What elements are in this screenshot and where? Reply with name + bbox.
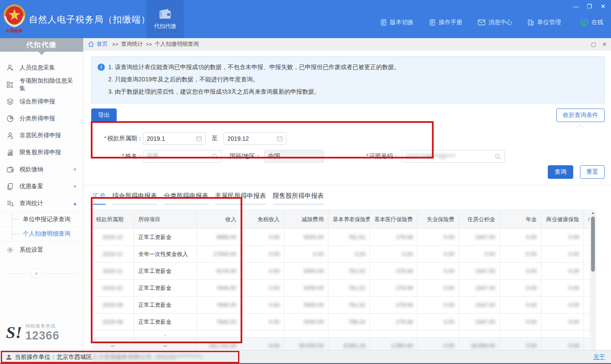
col-housing-fund: 住房公积金: [459, 210, 500, 229]
search-list-icon: [6, 199, 14, 208]
sidebar-collapse-button[interactable]: «: [31, 268, 42, 279]
main-content: i 1. 该查询统计表仅能查询已申报成功的数据，不包含未申报、申报失败，已申报但…: [84, 51, 611, 350]
nationality-input: 中国: [264, 150, 324, 163]
calendar-icon: [277, 136, 283, 142]
sidebar-item-special-deduction[interactable]: 专项附加扣除信息采集: [0, 76, 83, 93]
sidebar-item-preferential-filing[interactable]: 优惠备案 ▼: [0, 178, 83, 195]
collapse-query-button[interactable]: 收折查询条件: [556, 108, 605, 122]
col-commercial-health: 商业健康保险: [541, 210, 584, 229]
sidebar-subitem-personal-withholding-query[interactable]: 个人扣缴明细查询: [0, 227, 83, 241]
panel-maximize-icon[interactable]: ▢: [591, 41, 596, 47]
breadcrumb-separator: >>: [146, 41, 152, 47]
period-start-input[interactable]: 2019.1: [143, 132, 206, 145]
tab-restricted-shares[interactable]: 限售股所得申报表: [273, 192, 324, 205]
manual-link[interactable]: 操作手册: [429, 19, 462, 26]
export-button[interactable]: 导出: [91, 108, 117, 122]
form-actions: 查询 重置: [91, 165, 605, 179]
current-unit-blurred: 人力资源服务有限公司（911101**********）: [92, 353, 205, 361]
version-switch-link[interactable]: 版本切换: [380, 19, 414, 26]
reset-button[interactable]: 重置: [580, 165, 605, 179]
china-tax-emblem-logo: 中国税务: [3, 3, 26, 34]
query-button[interactable]: 查询: [548, 165, 573, 179]
id-number-value: 1101**199***22****: [405, 153, 495, 160]
sidebar-item-classified-income[interactable]: 分类所得申报: [0, 110, 83, 127]
sidebar-item-tax-payment[interactable]: 税款缴纳 ▼: [0, 161, 83, 178]
sidebar-collapse-row: «: [0, 268, 83, 279]
restore-icon[interactable]: ❐: [585, 2, 594, 11]
table-total-row: -- -- 161,741.00 0.00 60,000.00 8,991.16…: [92, 338, 590, 350]
message-center-link[interactable]: 消息中心: [478, 19, 512, 26]
tab-nonresident[interactable]: 非居民所得申报表: [215, 192, 266, 205]
col-income: 收入: [197, 210, 241, 229]
tab-summary[interactable]: 汇总: [93, 192, 106, 205]
app-header: 中国税务 自然人电子税务局（扣缴端） 代扣代缴 版本切换: [0, 0, 611, 38]
search-icon[interactable]: [495, 153, 501, 160]
module-tab-daikou[interactable]: 代扣代缴: [146, 0, 184, 38]
sidebar-item-comprehensive-income[interactable]: 综合所得申报: [0, 93, 83, 110]
about-link[interactable]: 关于: [593, 353, 605, 361]
sidebar-item-restricted-shares[interactable]: 限售股所得申报: [0, 144, 83, 161]
vertical-scrollbar[interactable]: ▲ ▼: [590, 210, 596, 350]
breadcrumb-crumb-1[interactable]: 查询统计: [121, 40, 143, 48]
sidebar-item-label: 非居民所得申报: [20, 132, 61, 139]
minimize-icon[interactable]: —: [571, 2, 580, 11]
calendar-icon: [196, 136, 202, 142]
table-body: 2019-12正常工资薪金9985.000.005000.00761.52279…: [92, 229, 590, 331]
hotline-label: 纳税服务热线: [25, 323, 59, 329]
current-unit-clear: 北京市西城区: [56, 353, 92, 361]
period-end-input[interactable]: 2019.12: [224, 132, 286, 145]
breadcrumb-home[interactable]: 首页: [97, 40, 108, 48]
layers-icon: [6, 97, 14, 106]
sidebar-item-nonresident-income[interactable]: 非居民所得申报: [0, 127, 83, 144]
panel-close-icon[interactable]: ✕: [602, 41, 607, 47]
col-pension: 基本养老保险费: [328, 210, 370, 229]
gear-icon: [6, 246, 14, 254]
online-status: 在线: [580, 19, 603, 26]
document-icon: [380, 19, 387, 26]
sidebar-item-label: 限售股所得申报: [20, 149, 61, 156]
message-center-label: 消息中心: [488, 19, 512, 26]
person-add-icon: [6, 64, 14, 72]
pie-chart-icon: [6, 114, 14, 123]
sidebar-header: 代扣代缴: [0, 38, 83, 52]
tab-classified[interactable]: 分类所得申报表: [164, 192, 208, 205]
scroll-up-icon[interactable]: ▲: [590, 210, 596, 216]
table-header-row: 税款所属期 所得项目 收入 免税收入 减除费用 基本养老保险费 基本医疗保险费 …: [92, 210, 590, 229]
table-row: 2019-11正常工资薪金9178.000.005000.00761.52279…: [92, 263, 590, 280]
person-icon: [6, 131, 14, 140]
sidebar-item-query-statistics[interactable]: 查询统计 ▲: [0, 195, 83, 212]
id-number-label: *证照号码：: [366, 153, 399, 160]
nationality-value: 中国: [268, 153, 320, 160]
notice-line-3: 3. 由于数据处理的滞后性，建议您在申报成功3天之后再来查询最新的申报数据。: [98, 86, 598, 98]
id-number-input[interactable]: 1101**199***22****: [401, 150, 505, 163]
sidebar-item-label: 人员信息采集: [20, 64, 55, 72]
notice-box: i 1. 该查询统计表仅能查询已申报成功的数据，不包含未申报、申报失败，已申报但…: [91, 56, 605, 103]
sidebar-item-personnel-info[interactable]: 人员信息采集: [0, 59, 83, 76]
col-medical: 基本医疗保险费: [370, 210, 418, 229]
sidebar-subitem-unit-declaration-query[interactable]: 单位申报记录查询: [0, 212, 83, 227]
close-icon[interactable]: ✕: [598, 2, 608, 11]
table-row: 2019-10正常工资薪金7645.000.005000.00761.52279…: [92, 280, 590, 297]
user-icon: [6, 354, 12, 360]
tab-comprehensive[interactable]: 综合所得申报表: [112, 192, 157, 205]
vertical-scroll-thumb[interactable]: [591, 217, 595, 272]
col-annuity: 年金: [500, 210, 541, 229]
search-icon[interactable]: [212, 153, 218, 160]
window-controls: — ❐ ✕: [571, 2, 608, 11]
header-links: 版本切换 操作手册 消息中心: [380, 19, 561, 26]
table-partial-row: ..: [92, 331, 590, 338]
toolbar: 导出 收折查询条件: [91, 108, 605, 122]
notice-line-1: 1. 该查询统计表仅能查询已申报成功的数据，不包含未申报、申报失败，已申报但已作…: [108, 61, 400, 73]
col-period: 税款所属期: [92, 210, 134, 229]
unit-management-link[interactable]: 单位管理: [527, 19, 561, 26]
sidebar-menu: 人员信息采集 专项附加扣除信息采集 综合所得申报: [0, 59, 83, 279]
sidebar-header-triangle: [38, 52, 45, 55]
col-item: 所得项目: [134, 210, 197, 229]
info-icon: i: [98, 64, 105, 71]
period-label: *税款所属期：: [91, 135, 143, 142]
name-input[interactable]: 马某: [143, 150, 222, 163]
sidebar-item-system-settings[interactable]: 系统设置: [0, 242, 83, 258]
caret-up-icon: [577, 125, 584, 132]
hotline-number: 12366: [25, 329, 59, 342]
hotline-glyph: S!: [6, 322, 22, 342]
